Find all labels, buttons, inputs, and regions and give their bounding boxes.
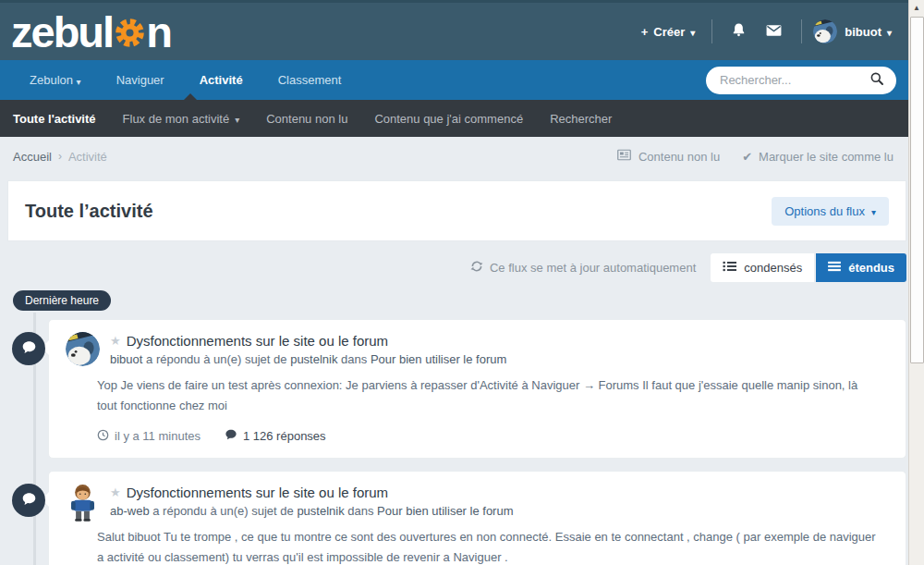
mark-site-read-link[interactable]: ✔ Marquer le site comme lu	[742, 150, 894, 164]
topic-title-link[interactable]: Dysfonctionnements sur le site ou le for…	[127, 485, 388, 500]
user-link[interactable]: bibuot	[110, 352, 142, 366]
caret-down-icon: ▾	[235, 115, 239, 125]
scrollbar-up-arrow[interactable]: ▲	[909, 0, 924, 16]
star-icon[interactable]: ★	[110, 485, 121, 499]
page-title: Toute l’activité	[25, 201, 153, 222]
forum-link[interactable]: Pour bien utiliser le forum	[371, 352, 506, 366]
star-icon[interactable]: ★	[110, 334, 121, 348]
bell-icon	[730, 21, 748, 42]
avatar	[813, 19, 837, 43]
subnav-item-search[interactable]: Rechercher	[550, 112, 612, 126]
activity-timeline: Dernière heure ★ Dysfonctionneme	[7, 290, 906, 565]
subnav-item-my-activity[interactable]: Flux de mon activité▾	[123, 112, 240, 126]
topic-title-link[interactable]: Dysfonctionnements sur le site ou le for…	[127, 333, 388, 349]
envelope-icon	[764, 21, 784, 43]
unread-content-link[interactable]: Contenu non lu	[616, 148, 720, 165]
breadcrumb-home[interactable]: Accueil	[13, 150, 52, 164]
username: bibuot	[845, 25, 881, 39]
auto-update-note: Ce flux se met à jour automatiquement	[470, 260, 696, 276]
newspaper-icon	[616, 148, 632, 165]
notifications-button[interactable]	[722, 17, 756, 46]
nav-item-naviguer[interactable]: Naviguer	[99, 60, 182, 100]
byline: bibuot a répondu à un(e) sujet de pustel…	[110, 352, 506, 366]
messages-button[interactable]	[756, 17, 792, 47]
header-actions: + Créer ▾ bibuot ▾	[634, 16, 894, 47]
breadcrumb: Accueil › Activité	[13, 150, 107, 164]
main-content: Toute l’activité Options du flux ▾ Ce fl…	[7, 180, 906, 565]
search-box	[706, 67, 896, 94]
caret-down-icon: ▾	[690, 28, 695, 38]
caret-down-icon: ▾	[77, 77, 81, 87]
active-tab-arrow	[184, 93, 197, 100]
site-logo[interactable]: zebul n	[11, 10, 171, 54]
logo-text: n	[146, 10, 171, 54]
main-nav: Zebulon ▾ Naviguer Activité Classement	[0, 60, 908, 100]
post-excerpt: Yop Je viens de faire un test après conn…	[97, 375, 887, 416]
speech-bubble-icon	[21, 339, 37, 359]
caret-down-icon: ▾	[871, 207, 876, 217]
lines-icon	[828, 261, 841, 275]
activity-subnav: Toute l'activité Flux de mon activité▾ C…	[0, 100, 908, 137]
view-toggle-group: condensés étendus	[711, 253, 906, 282]
nav-item-zebulon[interactable]: Zebulon ▾	[12, 60, 99, 101]
search-icon[interactable]	[869, 71, 884, 90]
activity-card: ★ Dysfonctionnements sur le site ou le f…	[48, 319, 906, 459]
page-title-panel: Toute l’activité Options du flux ▾	[7, 180, 906, 241]
comment-marker	[12, 484, 45, 517]
refresh-icon	[470, 260, 483, 276]
caret-down-icon: ▾	[887, 28, 892, 38]
speech-bubble-icon	[21, 491, 37, 510]
forum-link[interactable]: Pour bien utiliser le forum	[377, 504, 513, 518]
stream-controls: Ce flux se met à jour automatiquement co…	[7, 253, 906, 282]
clock-icon	[97, 429, 109, 444]
time-period-badge: Dernière heure	[13, 290, 111, 311]
activity-item: ★ Dysfonctionnements sur le site ou le f…	[48, 471, 906, 565]
breadcrumb-row: Accueil › Activité Contenu non lu ✔ Marq…	[0, 137, 908, 176]
subnav-item-started[interactable]: Contenu que j'ai commencé	[374, 112, 523, 126]
breadcrumb-current: Activité	[68, 150, 107, 164]
author-link[interactable]: pustelnik	[290, 352, 337, 366]
author-link[interactable]: pustelnik	[297, 504, 344, 518]
byline: ab-web a répondu à un(e) sujet de pustel…	[110, 504, 514, 518]
post-excerpt: Salut bibuot Tu te trompe , ce que tu mo…	[97, 527, 887, 565]
condensed-view-button[interactable]: condensés	[711, 253, 814, 282]
check-icon: ✔	[742, 150, 752, 164]
search-input[interactable]	[718, 72, 869, 88]
divider	[801, 19, 802, 43]
logo-text: zebul	[11, 10, 113, 54]
scrollbar[interactable]: ▲	[908, 0, 924, 565]
activity-item: ★ Dysfonctionnements sur le site ou le f…	[48, 319, 906, 459]
user-link[interactable]: ab-web	[110, 504, 150, 518]
gear-icon	[114, 17, 146, 52]
stream-options-button[interactable]: Options du flux ▾	[772, 197, 889, 226]
comment-marker	[12, 332, 45, 365]
user-menu[interactable]: bibuot ▾	[811, 16, 894, 47]
chevron-right-icon: ›	[58, 150, 62, 163]
create-button[interactable]: + Créer ▾	[634, 19, 703, 44]
plus-icon: +	[641, 25, 649, 39]
replies-count[interactable]: 1 126 réponses	[225, 428, 326, 444]
subnav-item-unread[interactable]: Contenu non lu	[266, 112, 347, 126]
breadcrumb-actions: Contenu non lu ✔ Marquer le site comme l…	[616, 148, 894, 165]
list-icon	[723, 261, 736, 275]
timestamp-link[interactable]: il y a 11 minutes	[97, 429, 201, 444]
reply-bubble-icon	[225, 428, 237, 444]
nav-item-classement[interactable]: Classement	[261, 60, 359, 100]
subnav-item-all-activity[interactable]: Toute l'activité	[13, 112, 96, 126]
divider	[711, 19, 712, 43]
scrollbar-thumb[interactable]	[910, 17, 924, 363]
browser-viewport: zebul n + Créer ▾ bibuot ▾	[0, 0, 924, 565]
site-header: zebul n + Créer ▾ bibuot ▾	[0, 0, 908, 60]
avatar[interactable]	[66, 332, 100, 366]
avatar[interactable]	[66, 484, 100, 518]
expanded-view-button[interactable]: étendus	[816, 253, 906, 282]
activity-card: ★ Dysfonctionnements sur le site ou le f…	[48, 471, 906, 565]
